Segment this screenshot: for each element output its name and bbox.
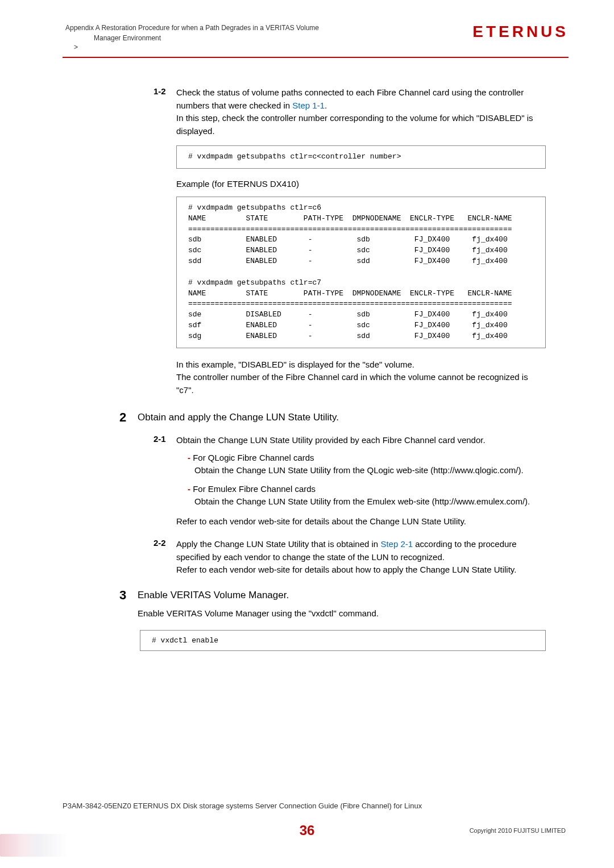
step-3: 3 Enable VERITAS Volume Manager. xyxy=(119,588,546,603)
bullet-emulex: - For Emulex Fibre Channel cards Obtain … xyxy=(188,483,546,508)
corner-decoration xyxy=(0,834,68,857)
bullet-body: Obtain the Change LUN State Utility from… xyxy=(188,464,524,477)
footer-bottom-row: 36 Copyright 2010 FUJITSU LIMITED xyxy=(63,827,566,834)
code-vxdctl-enable: # vxdctl enable xyxy=(140,630,546,651)
step-text-a: Check the status of volume paths connect… xyxy=(176,87,524,110)
step-body: Apply the Change LUN State Utility that … xyxy=(176,538,546,577)
bullet-dash-icon: - xyxy=(188,484,190,494)
footer-doc-id: P3AM-3842-05ENZ0 ETERNUS DX Disk storage… xyxy=(63,802,566,810)
example-label: Example (for ETERNUS DX410) xyxy=(176,179,546,189)
page-footer: P3AM-3842-05ENZ0 ETERNUS DX Disk storage… xyxy=(0,802,614,834)
appendix-subtitle: Manager Environment xyxy=(65,33,319,43)
step-2-2: 2-2 Apply the Change LUN State Utility t… xyxy=(154,538,546,577)
main-step-text: Obtain and apply the Change LUN State Ut… xyxy=(138,410,339,423)
eternus-logo: ETERNUS xyxy=(472,23,569,41)
main-step-text: Enable VERITAS Volume Manager. xyxy=(138,588,289,601)
step-2-2-text-a: Apply the Change LUN State Utility that … xyxy=(176,539,380,549)
step-2: 2 Obtain and apply the Change LUN State … xyxy=(119,410,546,425)
link-step-2-1[interactable]: Step 2-1 xyxy=(380,539,413,549)
page-number: 36 xyxy=(300,823,315,838)
breadcrumb-gt: > xyxy=(65,43,319,51)
step-text-b: In this step, check the controller numbe… xyxy=(176,113,533,136)
step-3-body: Enable VERITAS Volume Manager using the … xyxy=(138,607,546,620)
code-example-dx410: # vxdmpadm getsubpaths ctlr=c6 NAME STAT… xyxy=(176,197,546,348)
main-step-number: 3 xyxy=(119,588,138,603)
link-step-1-1[interactable]: Step 1-1 xyxy=(292,101,325,110)
code-getsubpaths-controller: # vxdmpadm getsubpaths ctlr=c<controller… xyxy=(176,145,546,169)
step-body: Obtain the Change LUN State Utility prov… xyxy=(176,434,546,447)
copyright-text: Copyright 2010 FUJITSU LIMITED xyxy=(470,827,566,834)
bullet-qlogic: - For QLogic Fibre Channel cards Obtain … xyxy=(188,452,546,477)
main-step-number: 2 xyxy=(119,410,138,425)
step-number: 1-2 xyxy=(154,86,176,137)
bullet-title: For Emulex Fibre Channel cards xyxy=(193,484,316,494)
step-body: Check the status of volume paths connect… xyxy=(176,86,546,137)
step-number: 2-1 xyxy=(154,434,176,447)
appendix-title: Appendix A Restoration Procedure for whe… xyxy=(65,23,319,33)
header-left-block: Appendix A Restoration Procedure for whe… xyxy=(65,23,319,51)
example-explanation: In this example, "DISABLED" is displayed… xyxy=(176,358,546,397)
main-content: 1-2 Check the status of volume paths con… xyxy=(0,58,614,651)
vendor-bullets: - For QLogic Fibre Channel cards Obtain … xyxy=(188,452,546,508)
refer-vendor-note: Refer to each vendor web-site for detail… xyxy=(176,515,546,528)
step-2-1: 2-1 Obtain the Change LUN State Utility … xyxy=(154,434,546,447)
bullet-title: For QLogic Fibre Channel cards xyxy=(193,453,314,462)
bullet-dash-icon: - xyxy=(188,453,190,462)
step-text-period: . xyxy=(325,101,327,110)
bullet-body: Obtain the Change LUN State Utility from… xyxy=(188,495,530,508)
step-1-2: 1-2 Check the status of volume paths con… xyxy=(154,86,546,137)
step-number: 2-2 xyxy=(154,538,176,577)
step-2-2-text-c: Refer to each vendor web-site for detail… xyxy=(176,565,516,574)
page-header: Appendix A Restoration Procedure for whe… xyxy=(0,0,614,51)
